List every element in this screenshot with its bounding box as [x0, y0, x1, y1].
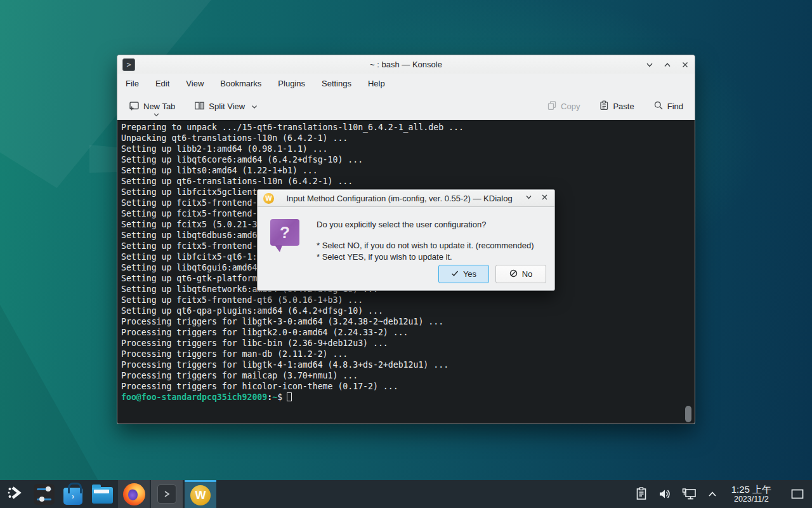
task-firefox[interactable]: [118, 480, 150, 508]
terminal-line: Setting up libqt6core6:amd64 (6.4.2+dfsg…: [121, 154, 695, 165]
firefox-icon: [123, 483, 145, 505]
prompt-path: ~: [272, 392, 277, 402]
menu-settings[interactable]: Settings: [322, 79, 351, 88]
chevron-down-icon: [154, 109, 159, 119]
more-actions-chevron-icon[interactable]: [525, 192, 533, 204]
terminal-line: Setting up qt6-qpa-plugins:amd64 (6.4.2+…: [121, 305, 695, 316]
kdialog-w-icon: W: [190, 485, 211, 505]
terminal-line: Processing triggers for libgtk-3-0:amd64…: [121, 316, 695, 327]
split-view-button[interactable]: Split View: [189, 97, 263, 117]
kde-launcher-icon: [6, 485, 23, 504]
menu-help[interactable]: Help: [368, 79, 385, 88]
close-button[interactable]: [681, 60, 690, 69]
menu-view[interactable]: View: [186, 79, 204, 88]
maximize-button[interactable]: [663, 60, 672, 69]
konsole-app-icon: >: [122, 58, 135, 71]
question-icon: ?: [270, 219, 299, 246]
split-view-label: Split View: [209, 102, 245, 111]
minimize-button[interactable]: [645, 60, 654, 69]
terminal-line: Setting up libb2-1:amd64 (0.98.1-1.1) ..…: [121, 144, 695, 154]
digital-clock[interactable]: 1:25 上午 2023/11/2: [731, 484, 771, 504]
kdialog-titlebar[interactable]: W Input Method Configuration (im-config,…: [258, 190, 554, 207]
discover-launcher[interactable]: ›: [58, 480, 88, 508]
dialog-option-no: * Select NO, if you do not wish to updat…: [317, 240, 534, 251]
yes-label: Yes: [463, 269, 476, 279]
clipboard-tray-icon[interactable]: [635, 487, 648, 501]
terminal-line: Processing triggers for libgtk2.0-0:amd6…: [121, 327, 695, 338]
task-kdialog-active[interactable]: W: [185, 480, 216, 508]
dialog-question: Do you explicitly select the user config…: [317, 220, 534, 229]
terminal-line: Setting up fcitx5-frontend-qt6 (5.0.16-1…: [121, 295, 695, 305]
menu-edit[interactable]: Edit: [155, 79, 169, 88]
volume-tray-icon[interactable]: [658, 488, 672, 500]
split-view-icon: [194, 100, 205, 113]
clock-date: 2023/11/2: [731, 495, 771, 504]
terminal-line: Unpacking qt6-translations-l10n (6.4.2-1…: [121, 133, 695, 144]
konsole-menubar: File Edit View Bookmarks Plugins Setting…: [117, 74, 695, 93]
find-label: Find: [667, 102, 683, 111]
new-tab-label: New Tab: [143, 102, 175, 111]
terminal-line: Processing triggers for libgtk-4-1:amd64…: [121, 359, 695, 370]
konsole-icon: [157, 485, 176, 504]
task-konsole[interactable]: [151, 480, 183, 508]
paste-button[interactable]: Paste: [594, 97, 639, 116]
yes-button[interactable]: Yes: [438, 265, 489, 283]
find-button[interactable]: Find: [648, 97, 688, 116]
terminal-cursor: [287, 392, 292, 401]
kdialog-title: Input Method Configuration (im-config, v…: [274, 194, 525, 203]
discover-bag-icon: ›: [63, 488, 82, 505]
system-settings-launcher[interactable]: [29, 480, 58, 508]
new-tab-button[interactable]: New Tab: [124, 97, 180, 117]
prompt-user: foo@foo-standardpcq35ich92009: [121, 392, 267, 402]
no-button[interactable]: No: [495, 265, 546, 283]
folder-icon: [92, 487, 113, 504]
terminal-line: Processing triggers for mailcap (3.70+nm…: [121, 370, 695, 381]
clock-time: 1:25 上午: [731, 484, 771, 495]
no-label: No: [522, 269, 533, 279]
chevron-down-icon: [251, 102, 258, 111]
check-icon: [451, 269, 459, 279]
show-desktop-button[interactable]: [789, 480, 806, 508]
terminal-prompt: foo@foo-standardpcq35ich92009:~$: [121, 392, 695, 403]
menu-plugins[interactable]: Plugins: [278, 79, 305, 88]
terminal-line: Processing triggers for libc-bin (2.36-9…: [121, 338, 695, 349]
paste-label: Paste: [613, 102, 634, 111]
new-tab-icon: [129, 100, 140, 113]
menu-file[interactable]: File: [126, 79, 139, 88]
file-manager-launcher[interactable]: [88, 480, 117, 508]
terminal-scrollbar[interactable]: [685, 406, 691, 422]
kdialog-app-icon: W: [263, 193, 274, 204]
network-tray-icon[interactable]: [682, 487, 697, 501]
prompt-symbol: $: [277, 392, 282, 402]
terminal-line: Processing triggers for man-db (2.11.2-2…: [121, 349, 695, 359]
kdialog-body: ? Do you explicitly select the user conf…: [258, 207, 554, 291]
taskbar-panel: › W 1:25 上午 2023/11/2: [0, 480, 812, 508]
terminal-line: Setting up libts0:amd64 (1.22-1+b1) ...: [121, 165, 695, 176]
settings-sliders-icon: [34, 484, 55, 505]
paste-icon: [599, 100, 609, 112]
prohibition-icon: [509, 269, 518, 279]
copy-button: Copy: [542, 97, 585, 116]
menu-bookmarks[interactable]: Bookmarks: [220, 79, 261, 88]
search-icon: [653, 100, 664, 112]
tray-expand-chevron-icon[interactable]: [707, 490, 717, 498]
question-mark: ?: [270, 219, 299, 246]
prompt-separator: :: [267, 392, 272, 402]
terminal-line: Setting up qt6-translations-l10n (6.4.2-…: [121, 176, 695, 187]
window-title: ~ : bash — Konsole: [117, 60, 695, 69]
app-launcher-button[interactable]: [0, 480, 29, 508]
terminal-line: Preparing to unpack .../15-qt6-translati…: [121, 122, 695, 133]
close-icon[interactable]: [540, 192, 549, 204]
show-desktop-icon: [791, 489, 804, 499]
konsole-toolbar: New Tab Split View Copy Paste Find: [117, 93, 695, 120]
konsole-titlebar[interactable]: > ~ : bash — Konsole: [117, 55, 695, 74]
copy-icon: [547, 100, 557, 112]
copy-label: Copy: [561, 102, 580, 111]
terminal-line: Processing triggers for hicolor-icon-the…: [121, 381, 695, 392]
dialog-option-yes: * Select YES, if you wish to update it.: [317, 251, 534, 263]
kdialog-window: W Input Method Configuration (im-config,…: [257, 189, 555, 291]
